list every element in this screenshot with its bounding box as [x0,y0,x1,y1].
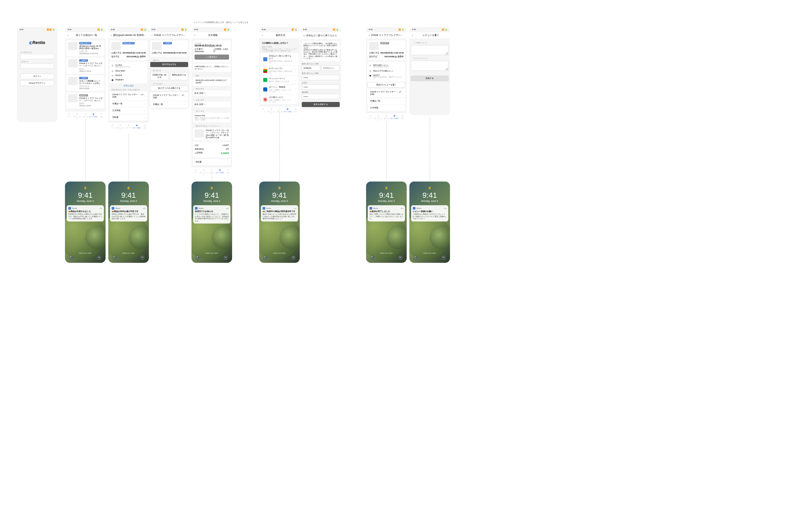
lockscreen: 🔒 9:41Monday, June 3 Rentionow 📦商品が出荷されま… [65,182,106,263]
shipping-timeline: 注文受付2021/09/21(火) 16:13商品を準備中商品発送商品配達中 [110,62,148,83]
login-button[interactable]: ログイン [20,73,54,79]
tab-1[interactable]: ☆借りているもの [116,124,125,130]
push-notification[interactable]: Rentionow 📦ご利用中の商品が明日返却日です 返送する前にコンビニ持ち込… [261,205,298,221]
screen-login: 9:41📶 📶 🔋 ◐Rentio メールアドレス パスワード ログイン Ama… [17,27,58,122]
flashlight-icon[interactable]: 🔦 [263,255,268,260]
lock-icon: 🔒 [127,186,130,189]
camera-icon[interactable]: 📷 [398,255,403,260]
tab-2[interactable]: ☆注文一覧 [382,114,390,121]
screen-pickup-form: 9:41📶 🔋 ×自宅などへ取りに来てもらう このページで商品を梱包し、佐川急便… [300,27,341,109]
screen-return-method: 9:41📶 🔋 ‹返却方法 どの場所から返送しますか？ 返送する商品 STAUB… [259,27,300,115]
screen-review: 9:41📶 🔋 ‹レビューを書く この商品について サービスについて 投稿する [409,27,450,115]
flashlight-icon[interactable]: 🔦 [413,255,418,260]
back-icon[interactable]: ‹ [68,34,69,37]
return-option[interactable]: 自宅などへ取りに来てもらう並びや集に不安なく発送できます› [261,53,298,66]
list-item[interactable]: ご利用中STAUB ストウブ ブレイザー・ソテーパン カンパーニュ28c...返… [66,58,104,73]
accessories-link[interactable]: 付属品一覧› [110,101,148,107]
push-notification[interactable]: Rentionow レビュー投稿のお願い ご利用された商品はいかがでしたでしょう… [411,205,448,221]
screen-detail-shipping: 9:41📶 🔋 ‹[新品]popIn Aladdin SE 世界初の照... 商… [108,27,149,131]
screen-detail-using: 9:41📶 🔋 ‹STAUB ストウブ ブレイザー・ソテーパ... ご利用中 お… [149,27,189,109]
service-review-input[interactable] [411,61,449,71]
tab-3[interactable]: ★借りてる商品 [133,124,141,130]
push-notification[interactable]: Rentionow 決済完了のお知らせ レンタル中の商品につきまして、ご登録中の… [193,205,230,224]
name-input[interactable] [302,84,340,90]
lockscreen: 🔒 9:41Monday, June 3 Rentionow 📦ご利用中の商品が… [259,182,300,263]
list-item[interactable]: 商品お届け中[新品]popIn Aladdin SE 世界初の照明一体型3in1… [66,40,104,56]
lockscreen: 🔒 9:41Monday, June 3 Rentionow 📦返却が完了しまし… [366,182,407,263]
camera-icon[interactable]: 📷 [97,255,102,260]
lock-icon: 🔒 [428,186,431,189]
tab-2[interactable]: ☆注文一覧 [125,124,133,130]
flashlight-icon[interactable]: 🔦 [196,255,200,260]
date-input[interactable] [302,65,320,71]
flashlight-icon[interactable]: 🔦 [112,255,117,260]
pickup-submit-button[interactable]: 集荷を依頼する [302,102,340,107]
place-input[interactable] [302,75,340,80]
lock-icon: 🔒 [210,186,213,189]
tab-3[interactable]: ★借りてる商品 [216,168,224,175]
tab-0[interactable]: ☆トップ [65,112,73,119]
email-input[interactable] [20,54,54,59]
more-link[interactable]: STAUB ストウブ ブレイザー・...の詳細› [110,91,148,101]
tab-0[interactable]: ☆トップ [366,114,374,121]
tab-3[interactable]: ★借りてる商品 [390,114,399,121]
camera-icon[interactable]: 📷 [291,255,296,260]
screen-order: 9:41📶 🔋 ‹注文情報 注文日時2021年09月21日(火) 16:13 注… [191,27,232,176]
return-option[interactable]: ローソン・郵便局お近くで気軽に、ゆうパックで、ます› [261,84,298,94]
push-notification[interactable]: Rentionow 📦商品が本日お届け予定です 14時から16時までにお届け予定… [110,205,147,221]
lock-icon: 🔒 [385,186,388,189]
page-title: 借りてる商品の一覧 [70,34,103,37]
return-option[interactable]: セブンイレブン並ばず集に不安なく発送できます› [261,66,298,76]
amazon-login-button[interactable]: Amazonでログイン [20,80,54,86]
camera-icon[interactable]: 📷 [441,255,446,260]
tab-1[interactable]: ☆借りているもの [200,168,208,175]
product-thumb [111,42,121,50]
review-submit-button[interactable]: 投稿する [411,76,449,81]
time-input[interactable] [321,65,340,71]
push-notification[interactable]: Rentionow 📦商品が出荷されました 9月22日(水) 14時から16時ま… [67,205,104,221]
tab-4[interactable]: ☆設定 [292,107,300,114]
camera-icon[interactable]: 📷 [140,255,145,260]
tab-0[interactable]: ☆トップ [191,168,200,175]
flashlight-icon[interactable]: 🔦 [69,255,74,260]
tel-input[interactable] [302,94,340,99]
email-label: メールアドレス [20,51,54,53]
track-link[interactable]: 荷物を追跡 [110,83,148,88]
annotation: ・マイページの利用期限を迎えた時・過ぎなくしても使えなる [191,21,248,24]
buy-button[interactable]: 返さずこのまま購入する [150,85,188,91]
product-review-input[interactable] [411,45,449,55]
tab-3[interactable]: ★借りてる商品 [89,112,97,119]
statusbar: 9:41📶 📶 🔋 [17,27,58,32]
receipt-link[interactable]: 領収書› [110,114,148,121]
tab-1[interactable]: ☆借りているもの [267,107,275,114]
back-icon[interactable]: ‹ [111,34,112,37]
lockscreen: 🔒 9:41Monday, June 3 Rentionow 決済完了のお知らせ… [191,182,232,263]
lock-icon: 🔒 [84,186,87,189]
lockscreen: 🔒 9:41Monday, June 3 Rentionow 📦商品が本日お届け… [108,182,149,263]
tab-0[interactable]: ☆トップ [259,107,267,114]
tab-1[interactable]: ☆借りているもの [73,112,81,119]
tab-3[interactable]: ★借りてる商品 [284,107,292,114]
password-label: パスワード [20,61,54,63]
return-option[interactable]: ファミリーマート並ばずご発送いただけます› [261,76,298,84]
lock-icon: 🔒 [278,186,281,189]
flashlight-icon[interactable]: 🔦 [370,255,375,260]
tab-0[interactable]: ☆トップ [108,124,116,130]
list-item[interactable]: 返却完了STAUB ストウブ ブレイザー・ソテーパン カンパーニュ28c...返… [66,92,104,108]
return-option[interactable]: その他コンビニお近くで気軽に、ゆうパックで、ます› [261,94,298,105]
push-notification[interactable]: Rentionow 📦返却が完了しました 先日ご利用いただいた商品が当店に到着し… [368,205,405,221]
order-info-link[interactable]: 注文情報› [110,107,148,114]
return-method-button[interactable]: 返却方法を見る [150,62,188,67]
lockscreen: 🔒 9:41Monday, June 3 Rentionow レビュー投稿のお願… [409,182,450,263]
tab-4[interactable]: ☆設定 [224,168,232,175]
tab-1[interactable]: ☆借りているもの [374,114,382,121]
screen-list: 9:41📶 🔋 ‹借りてる商品の一覧 商品お届け中[新品]popIn Aladd… [65,27,106,120]
camera-icon[interactable]: 📷 [223,255,228,260]
tab-4[interactable]: ☆設定 [97,112,106,119]
password-input[interactable] [20,63,54,69]
list-item[interactable]: ご利用中ロボット掃除機 ルンバ i7+ アイロボット公式 [ロボットスマー...… [66,75,104,91]
tab-4[interactable]: ☆設定 [399,114,407,121]
review-button[interactable]: 商品のレビューを書く [367,82,405,88]
screen-return-done: 9:41📶 🔋 ‹STAUB ストウブ ブレイザー・ソテーパ... 返却完了 お… [366,27,407,122]
tab-4[interactable]: ☆設定 [141,124,149,130]
